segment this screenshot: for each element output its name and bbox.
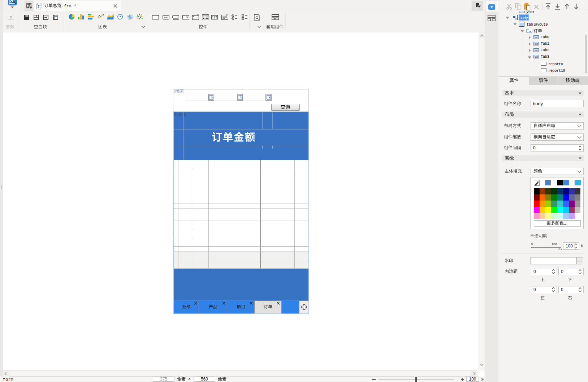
- svg-text:123: 123: [212, 16, 217, 19]
- svg-text:tab: tab: [535, 56, 538, 58]
- svg-text:lab: lab: [164, 16, 168, 19]
- svg-text:tab: tab: [535, 36, 538, 39]
- svg-text:tab: tab: [535, 43, 538, 45]
- svg-text:tab: tab: [535, 49, 538, 52]
